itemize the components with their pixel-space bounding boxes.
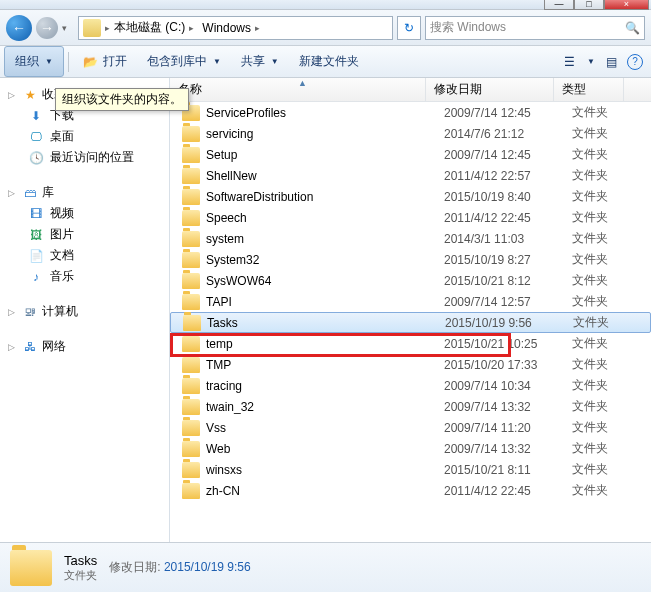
file-row[interactable]: Tasks2015/10/19 9:56文件夹 — [170, 312, 651, 333]
window-buttons: — □ × — [544, 0, 649, 10]
file-row[interactable]: Speech2011/4/12 22:45文件夹 — [170, 207, 651, 228]
new-folder-button[interactable]: 新建文件夹 — [289, 46, 369, 77]
view-mode-icon[interactable]: ☰ — [561, 54, 577, 70]
share-button[interactable]: 共享 ▼ — [231, 46, 289, 77]
dropdown-icon: ▼ — [45, 57, 53, 66]
include-library-button[interactable]: 包含到库中 ▼ — [137, 46, 231, 77]
file-type: 文件夹 — [572, 398, 642, 415]
file-name: System32 — [206, 253, 444, 267]
sidebar-network[interactable]: ▷ 🖧 网络 — [0, 336, 169, 357]
open-button[interactable]: 📂 打开 — [73, 46, 137, 77]
file-row[interactable]: winsxs2015/10/21 8:11文件夹 — [170, 459, 651, 480]
file-list-scroll[interactable]: ServiceProfiles2009/7/14 12:45文件夹servici… — [170, 102, 651, 542]
maximize-button[interactable]: □ — [574, 0, 604, 10]
file-row[interactable]: TMP2015/10/20 17:33文件夹 — [170, 354, 651, 375]
body-split: ▷ ★ 收藏夹 ⬇ 下载 🖵 桌面 🕓 最近访问的位置 ▷ 🗃 库 — [0, 78, 651, 542]
file-row[interactable]: Vss2009/7/14 11:20文件夹 — [170, 417, 651, 438]
file-row[interactable]: temp2015/10/21 10:25文件夹 — [170, 333, 651, 354]
file-name: temp — [206, 337, 444, 351]
nav-history-dropdown[interactable]: ▾ — [62, 23, 74, 33]
toolbar-right: ☰ ▼ ▤ ? — [561, 54, 651, 70]
file-row[interactable]: Web2009/7/14 13:32文件夹 — [170, 438, 651, 459]
file-row[interactable]: zh-CN2011/4/12 22:45文件夹 — [170, 480, 651, 501]
help-icon[interactable]: ? — [627, 54, 643, 70]
file-row[interactable]: System322015/10/19 8:27文件夹 — [170, 249, 651, 270]
download-icon: ⬇ — [28, 108, 44, 124]
sidebar-label: 网络 — [42, 338, 66, 355]
breadcrumb-seg-drive[interactable]: 本地磁盘 (C:) ▸ — [110, 19, 198, 36]
recent-icon: 🕓 — [28, 150, 44, 166]
sidebar-item-pictures[interactable]: 🖼 图片 — [0, 224, 169, 245]
breadcrumb-arrow-icon[interactable]: ▸ — [255, 23, 260, 33]
folder-icon — [182, 210, 200, 226]
file-name: SoftwareDistribution — [206, 190, 444, 204]
folder-icon — [182, 336, 200, 352]
dropdown-icon[interactable]: ▼ — [587, 57, 595, 66]
file-name: TAPI — [206, 295, 444, 309]
folder-large-icon — [10, 550, 52, 586]
search-input[interactable]: 搜索 Windows 🔍 — [425, 16, 645, 40]
sidebar-label: 音乐 — [50, 268, 74, 285]
file-type: 文件夹 — [572, 251, 642, 268]
sidebar-item-desktop[interactable]: 🖵 桌面 — [0, 126, 169, 147]
folder-icon — [182, 399, 200, 415]
refresh-button[interactable]: ↻ — [397, 16, 421, 40]
organize-tooltip: 组织该文件夹的内容。 — [55, 88, 189, 111]
close-button[interactable]: × — [604, 0, 649, 10]
breadcrumb-arrow-icon[interactable]: ▸ — [189, 23, 194, 33]
breadcrumb-label: 本地磁盘 (C:) — [114, 19, 185, 36]
network-icon: 🖧 — [22, 339, 38, 355]
column-headers: ▲ 名称 修改日期 类型 — [170, 78, 651, 102]
sidebar-computer[interactable]: ▷ 🖳 计算机 — [0, 301, 169, 322]
file-row[interactable]: Setup2009/7/14 12:45文件夹 — [170, 144, 651, 165]
file-date: 2009/7/14 12:45 — [444, 148, 572, 162]
file-type: 文件夹 — [572, 230, 642, 247]
sidebar-item-music[interactable]: ♪ 音乐 — [0, 266, 169, 287]
address-bar[interactable]: ▸ 本地磁盘 (C:) ▸ Windows ▸ — [78, 16, 393, 40]
sidebar-libraries[interactable]: ▷ 🗃 库 — [0, 182, 169, 203]
preview-pane-icon[interactable]: ▤ — [603, 54, 619, 70]
file-date: 2015/10/19 8:40 — [444, 190, 572, 204]
drive-icon — [83, 19, 101, 37]
file-type: 文件夹 — [572, 146, 642, 163]
folder-icon — [182, 462, 200, 478]
desktop-icon: 🖵 — [28, 129, 44, 145]
details-date-value: 2015/10/19 9:56 — [164, 560, 251, 574]
sidebar-label: 桌面 — [50, 128, 74, 145]
file-date: 2011/4/12 22:45 — [444, 211, 572, 225]
forward-button[interactable]: → — [36, 17, 58, 39]
column-type[interactable]: 类型 — [554, 78, 624, 101]
file-date: 2014/3/1 11:03 — [444, 232, 572, 246]
file-row[interactable]: tracing2009/7/14 10:34文件夹 — [170, 375, 651, 396]
file-date: 2009/7/14 13:32 — [444, 442, 572, 456]
folder-icon — [182, 357, 200, 373]
file-row[interactable]: ServiceProfiles2009/7/14 12:45文件夹 — [170, 102, 651, 123]
file-row[interactable]: ShellNew2011/4/12 22:57文件夹 — [170, 165, 651, 186]
column-date[interactable]: 修改日期 — [426, 78, 554, 101]
expand-icon: ▷ — [8, 307, 18, 317]
search-icon[interactable]: 🔍 — [625, 21, 640, 35]
expand-icon: ▷ — [8, 188, 18, 198]
minimize-button[interactable]: — — [544, 0, 574, 10]
file-date: 2011/4/12 22:45 — [444, 484, 572, 498]
sidebar-item-documents[interactable]: 📄 文档 — [0, 245, 169, 266]
organize-button[interactable]: 组织 ▼ — [4, 46, 64, 77]
file-row[interactable]: SoftwareDistribution2015/10/19 8:40文件夹 — [170, 186, 651, 207]
title-bar: — □ × — [0, 0, 651, 10]
folder-icon — [182, 273, 200, 289]
file-row[interactable]: system2014/3/1 11:03文件夹 — [170, 228, 651, 249]
file-row[interactable]: TAPI2009/7/14 12:57文件夹 — [170, 291, 651, 312]
file-row[interactable]: servicing2014/7/6 21:12文件夹 — [170, 123, 651, 144]
file-date: 2014/7/6 21:12 — [444, 127, 572, 141]
breadcrumb-seg-windows[interactable]: Windows ▸ — [198, 21, 264, 35]
file-name: twain_32 — [206, 400, 444, 414]
file-type: 文件夹 — [573, 314, 643, 331]
sidebar-item-videos[interactable]: 🎞 视频 — [0, 203, 169, 224]
file-row[interactable]: SysWOW642015/10/21 8:12文件夹 — [170, 270, 651, 291]
file-date: 2015/10/21 8:11 — [444, 463, 572, 477]
sidebar-item-recent[interactable]: 🕓 最近访问的位置 — [0, 147, 169, 168]
file-row[interactable]: twain_322009/7/14 13:32文件夹 — [170, 396, 651, 417]
back-button[interactable]: ← — [6, 15, 32, 41]
file-type: 文件夹 — [572, 167, 642, 184]
sidebar-label: 视频 — [50, 205, 74, 222]
